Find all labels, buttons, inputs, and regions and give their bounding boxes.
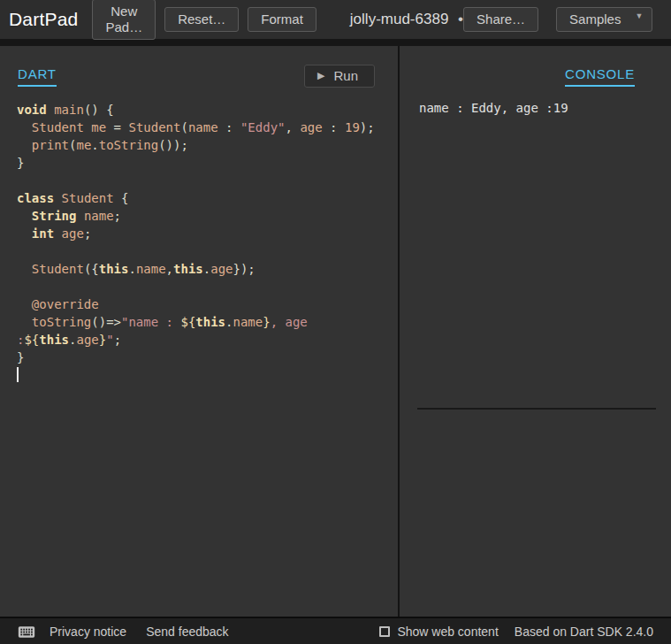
panel-splitter[interactable] — [417, 408, 656, 410]
code-line: class Student { — [17, 189, 393, 207]
code-line: String name; — [17, 207, 393, 225]
console-output: name : Eddy, age :19 — [400, 99, 671, 117]
dartpad-logo: DartPad — [9, 9, 78, 30]
code-line: :${this.age}"; — [17, 331, 393, 349]
send-feedback-link[interactable]: Send feedback — [146, 625, 228, 639]
code-line — [17, 366, 393, 384]
editor-panel-header: DART ▶ Run — [0, 46, 398, 88]
code-line: Student({this.name,this.age}); — [17, 260, 393, 278]
privacy-notice-link[interactable]: Privacy notice — [50, 625, 126, 639]
main-area: DART ▶ Run void main() { Student me = St… — [0, 46, 671, 617]
samples-label: Samples — [569, 12, 621, 27]
pad-title-text: jolly-mud-6389 — [350, 11, 449, 27]
code-line: print(me.toString()); — [17, 136, 393, 154]
code-line: toString()=>"name : ${this.name}, age — [17, 313, 393, 331]
text-cursor — [17, 367, 19, 382]
code-line: @override — [17, 295, 393, 313]
tab-dart[interactable]: DART — [18, 66, 57, 87]
keyboard-icon[interactable] — [18, 625, 35, 639]
code-editor[interactable]: void main() { Student me = Student(name … — [0, 101, 398, 384]
tab-console[interactable]: CONSOLE — [565, 66, 635, 87]
play-icon: ▶ — [317, 70, 324, 81]
share-button[interactable]: Share… — [463, 7, 538, 32]
format-button[interactable]: Format — [248, 7, 316, 32]
app-footer: Privacy notice Send feedback Show web co… — [0, 617, 671, 644]
header-divider — [0, 39, 671, 46]
samples-dropdown[interactable]: Samples ▼ — [556, 7, 652, 32]
code-line: int age; — [17, 225, 393, 242]
editor-panel: DART ▶ Run void main() { Student me = St… — [0, 46, 398, 617]
code-line: Student me = Student(name : "Eddy", age … — [17, 119, 393, 136]
code-line: } — [17, 349, 393, 366]
code-line: } — [17, 154, 393, 172]
new-pad-button[interactable]: New Pad… — [92, 0, 156, 40]
reset-button[interactable]: Reset… — [164, 7, 239, 32]
show-web-content-checkbox[interactable] — [379, 626, 390, 637]
show-web-content-label: Show web content — [397, 625, 498, 639]
app-header: DartPad New Pad… Reset… Format jolly-mud… — [0, 0, 671, 39]
run-button-label: Run — [333, 68, 358, 83]
code-line — [17, 278, 393, 295]
pad-title: jolly-mud-6389 • — [350, 11, 463, 28]
sdk-version-label: Based on Dart SDK 2.4.0 — [515, 625, 653, 639]
run-button[interactable]: ▶ Run — [304, 65, 375, 88]
code-line: void main() { — [17, 101, 393, 119]
console-panel: CONSOLE name : Eddy, age :19 — [398, 46, 671, 617]
chevron-down-icon: ▼ — [635, 8, 643, 24]
console-panel-header: CONSOLE — [400, 46, 671, 88]
code-line — [17, 172, 393, 189]
code-line — [17, 242, 393, 260]
